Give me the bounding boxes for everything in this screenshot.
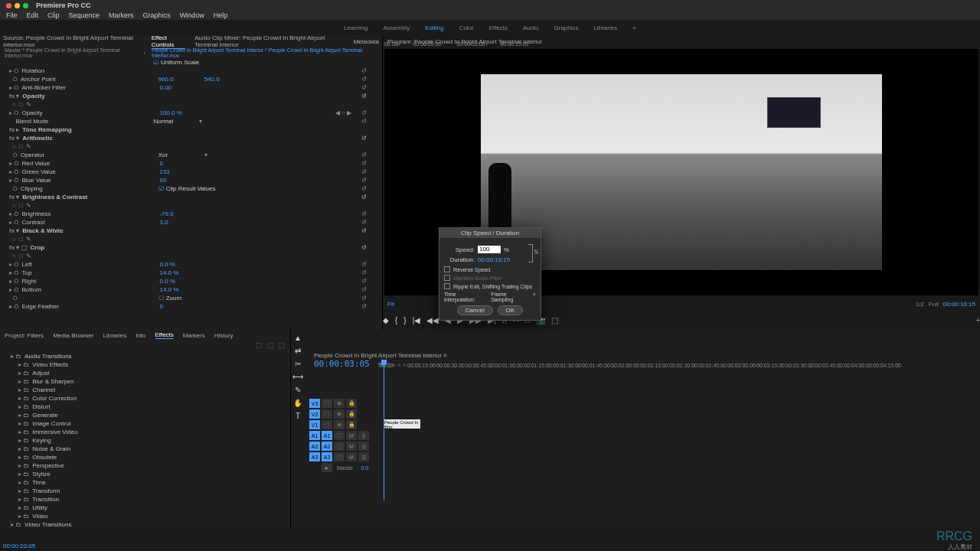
folder-item[interactable]: ▸ 🗀Adjust: [6, 369, 290, 377]
res-half[interactable]: 1/2: [916, 301, 924, 308]
ec-opacity-icons[interactable]: ○□✎: [0, 100, 382, 109]
tab-project[interactable]: Project: Filters: [5, 332, 44, 339]
folder-item[interactable]: ▸ 🗀Obsolete: [6, 453, 290, 461]
ws-color[interactable]: Color: [459, 24, 474, 31]
folder-item[interactable]: ▸ 🗀Video Transitions: [6, 520, 290, 528]
tab-info[interactable]: Info: [136, 332, 145, 339]
reverse-checkbox[interactable]: Reverse Speed: [444, 266, 536, 272]
tab-source[interactable]: Source: People Crowd In Bright Airport T…: [3, 34, 142, 48]
ec-operator[interactable]: ÖOperatorXor▾↺: [0, 151, 382, 159]
ws-libraries[interactable]: Libraries: [594, 24, 618, 31]
ec-anchor[interactable]: ÖAnchor Point960.0540.0↺: [0, 75, 382, 83]
preset-icon-2[interactable]: ⬚: [267, 341, 274, 352]
min-dot[interactable]: [15, 3, 20, 8]
razor-tool-icon[interactable]: ✂: [295, 360, 301, 368]
ec-bottom[interactable]: ▸ ÖBottom14.0 %↺: [0, 285, 382, 294]
tab-history[interactable]: History: [214, 332, 234, 339]
menu-sequence[interactable]: Sequence: [69, 11, 100, 19]
ws-learning[interactable]: Learning: [344, 24, 368, 31]
menu-clip[interactable]: Clip: [47, 11, 60, 19]
folder-item[interactable]: ▸ 🗀Channel: [6, 386, 290, 394]
folder-item[interactable]: ▸ 🗀Keying: [6, 436, 290, 445]
goto-in-icon[interactable]: |◀: [413, 316, 421, 324]
ec-blendmode[interactable]: Blend ModeNormal▾↺: [0, 117, 382, 126]
folder-item[interactable]: ▸ 🗀Distort: [6, 403, 290, 411]
folder-item[interactable]: ▸ 🗀Video Effects: [6, 360, 290, 369]
menu-edit[interactable]: Edit: [27, 11, 39, 19]
audio-track[interactable]: A1A1⬚MS: [309, 430, 371, 441]
preset-icon[interactable]: ⬚: [256, 341, 263, 352]
folder-item[interactable]: ▸ 🗀Color Correction: [6, 394, 290, 403]
ok-button[interactable]: OK: [498, 305, 524, 315]
timeline-clip[interactable]: People Crowd In Brig: [384, 419, 420, 429]
menu-graphics[interactable]: Graphics: [143, 11, 171, 19]
marker-icon[interactable]: ◆: [383, 316, 389, 324]
interp-row[interactable]: Time Interpolation: Frame Sampling▾: [444, 292, 536, 302]
ws-assembly[interactable]: Assembly: [383, 24, 410, 31]
in-icon[interactable]: {: [395, 316, 397, 324]
duration-value[interactable]: 00:00:18:15: [478, 256, 510, 263]
folder-item[interactable]: ▸ 🗀Audio Transitions: [6, 352, 290, 360]
max-dot[interactable]: [23, 3, 28, 8]
tab-audio-mixer[interactable]: Audio Clip Mixer: People Crowd In Bright…: [194, 34, 344, 48]
ec-left[interactable]: ▸ ÖLeft0.0 %↺: [0, 260, 382, 269]
ec-zoom[interactable]: Ö☐Zoom↺: [0, 294, 382, 302]
folder-item[interactable]: ▸ 🗀Blur & Sharpen: [6, 377, 290, 386]
slip-tool-icon[interactable]: ⟷: [292, 373, 303, 381]
ec-opacity-val[interactable]: ▸ ÖOpacity100.0 %◀ ○ ▶↺: [0, 109, 382, 117]
selection-tool-icon[interactable]: ▲: [294, 334, 302, 342]
tab-markers[interactable]: Markers: [183, 332, 205, 339]
folder-item[interactable]: ▸ 🗀Video: [6, 512, 290, 520]
ec-crop-icons[interactable]: ○□✎: [0, 252, 382, 260]
menu-markers[interactable]: Markers: [109, 11, 134, 19]
tab-metadata[interactable]: Metadata: [354, 38, 379, 45]
hand-tool-icon[interactable]: ✋: [293, 399, 302, 407]
ec-arithmetic[interactable]: fx ▾Arithmetic↺: [0, 134, 382, 142]
ec-top[interactable]: ▸ ÖTop14.0 %↺: [0, 269, 382, 277]
ec-blue[interactable]: ▸ ÖBlue Value60↺: [0, 176, 382, 184]
video-track[interactable]: V2⬚👁🔒: [309, 409, 371, 419]
ec-crop[interactable]: fx ▾ ⬚Crop↺: [0, 243, 382, 252]
menu-help[interactable]: Help: [214, 11, 228, 19]
track-select-tool-icon[interactable]: ⇄: [295, 347, 301, 355]
folder-item[interactable]: ▸ 🗀Generate: [6, 411, 290, 419]
close-dot[interactable]: [6, 3, 11, 8]
folder-item[interactable]: ▸ 🗀Utility: [6, 504, 290, 512]
tab-effects[interactable]: Effects: [155, 331, 174, 339]
zoom-fit[interactable]: Fit: [387, 301, 394, 308]
pen-tool-icon[interactable]: ✎: [295, 386, 301, 394]
ec-brightness[interactable]: ▸ ÖBrightness-79.0↺: [0, 210, 382, 218]
audio-track[interactable]: A3A3⬚MS: [309, 452, 371, 462]
link-toggle-icon[interactable]: ⇅: [534, 249, 539, 256]
tab-libraries[interactable]: Libraries: [103, 332, 126, 339]
timeline-timecode[interactable]: 00:00:03:05: [314, 359, 370, 369]
ec-rotation[interactable]: ▸ ÖRotation↺: [0, 67, 382, 75]
ec-bc-icons[interactable]: ○□✎: [0, 201, 382, 210]
ws-audio[interactable]: Audio: [523, 24, 538, 31]
type-tool-icon[interactable]: T: [296, 412, 300, 420]
ec-opacity-group[interactable]: fx ▾Opacity↺: [0, 92, 382, 100]
ec-brightcontrast[interactable]: fx ▾Brightness & Contrast↺: [0, 193, 382, 201]
out-icon[interactable]: }: [403, 316, 406, 324]
folder-item[interactable]: ▸ 🗀Immersive Video: [6, 428, 290, 436]
speed-input[interactable]: 100: [478, 246, 501, 253]
folder-item[interactable]: ▸ 🗀Perspective: [6, 461, 290, 470]
ws-effects[interactable]: Effects: [489, 24, 508, 31]
ws-editing[interactable]: Editing: [425, 24, 443, 31]
folder-item[interactable]: ▸ 🗀Stylize: [6, 470, 290, 478]
folder-item[interactable]: ▸ 🗀Transform: [6, 487, 290, 495]
video-track[interactable]: V1⬚👁🔒: [309, 419, 371, 430]
ec-clip-link[interactable]: People Crowd In Bright Airport Terminal …: [152, 47, 377, 58]
ws-graphics[interactable]: Graphics: [554, 24, 579, 31]
menu-file[interactable]: File: [6, 11, 18, 19]
ec-antiflicker[interactable]: ▸ ÖAnti-flicker Filter0.00↺: [0, 83, 382, 92]
step-back-icon[interactable]: ◀◀: [426, 316, 439, 324]
ec-arith-icons[interactable]: ○□✎: [0, 142, 382, 151]
folder-item[interactable]: ▸ 🗀Image Control: [6, 419, 290, 428]
ec-right[interactable]: ▸ ÖRight0.0 %↺: [0, 277, 382, 285]
playhead[interactable]: [384, 363, 384, 500]
cancel-button[interactable]: Cancel: [457, 305, 493, 315]
ws-overflow[interactable]: »: [632, 24, 635, 31]
ec-bw-icons[interactable]: ○□✎: [0, 235, 382, 243]
folder-item[interactable]: ▸ 🗀Transition: [6, 495, 290, 504]
